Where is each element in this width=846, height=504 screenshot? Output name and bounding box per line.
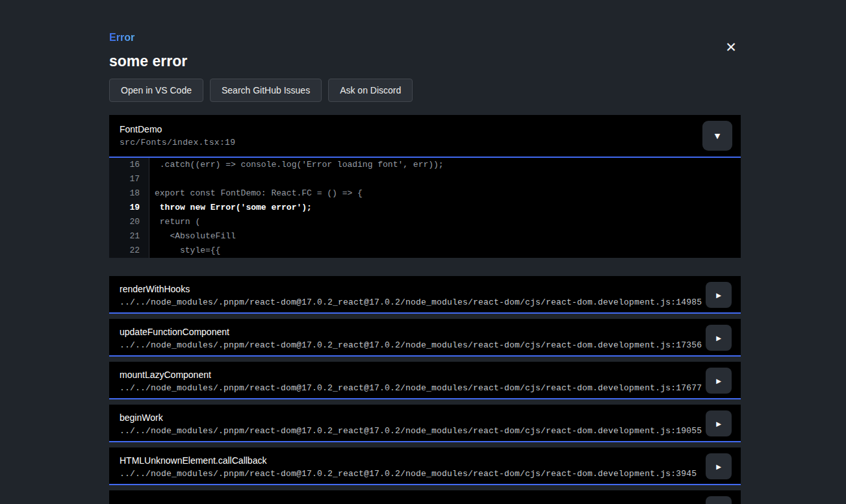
stack-trace-list: renderWithHooks ../../node_modules/.pnpm… (109, 276, 741, 504)
expand-frame-button[interactable]: ▶ (706, 368, 732, 394)
code-frame-header: FontDemo src/Fonts/index.tsx:19 ▼ (109, 115, 741, 158)
chevron-down-icon: ▼ (715, 132, 720, 140)
stack-frame-callCallback: HTMLUnknownElement.callCallback ../../no… (109, 447, 741, 485)
play-icon: ▶ (716, 334, 721, 342)
line-text: style={{ (149, 244, 220, 258)
line-number: 20 (109, 215, 149, 229)
stack-frame-location: ../../node_modules/.pnpm/react-dom@17.0.… (120, 383, 695, 394)
error-overlay: ✕ Error some error Open in VS Code Searc… (0, 0, 846, 504)
action-bar: Open in VS Code Search GitHub Issues Ask… (109, 79, 741, 102)
line-number: 19 (109, 201, 149, 215)
code-line: 22 style={{ (109, 244, 741, 258)
line-number: 17 (109, 172, 149, 186)
line-text (149, 172, 155, 186)
search-github-issues-button[interactable]: Search GitHub Issues (210, 79, 322, 102)
stack-frame-location: ../../node_modules/.pnpm/react-dom@17.0.… (120, 469, 695, 479)
play-icon: ▶ (716, 377, 721, 384)
stack-frame-function: mountLazyComponent (120, 369, 695, 381)
expand-frame-button[interactable]: ▶ (706, 325, 732, 351)
error-content: Error some error Open in VS Code Search … (109, 0, 741, 504)
line-number: 22 (109, 244, 149, 258)
stack-frame-partial: ▶ (109, 490, 741, 504)
stack-frame-mountLazyComponent: mountLazyComponent ../../node_modules/.p… (109, 362, 741, 399)
code-line: 16 .catch((err) => console.log('Error lo… (109, 158, 741, 172)
stack-frame-beginWork: beginWork ../../node_modules/.pnpm/react… (109, 405, 741, 442)
frame-function-name: FontDemo (120, 123, 730, 135)
stack-frame-renderWithHooks: renderWithHooks ../../node_modules/.pnpm… (109, 276, 741, 314)
stack-frame-function: updateFunctionComponent (120, 326, 695, 338)
line-text: <AbsoluteFill (149, 229, 236, 244)
line-text: .catch((err) => console.log('Error loadi… (149, 158, 444, 172)
play-icon: ▶ (716, 420, 721, 427)
play-icon: ▶ (716, 292, 721, 299)
line-number: 18 (109, 186, 149, 201)
play-icon: ▶ (716, 463, 721, 470)
expand-frame-button[interactable]: ▶ (706, 282, 732, 308)
code-line: 20 return ( (109, 215, 741, 229)
error-type-label: Error (109, 31, 135, 44)
collapse-code-button[interactable]: ▼ (702, 121, 732, 151)
stack-frame-function: HTMLUnknownElement.callCallback (120, 455, 695, 466)
code-line: 21 <AbsoluteFill (109, 229, 741, 244)
expand-frame-button[interactable]: ▶ (706, 410, 732, 436)
ask-on-discord-button[interactable]: Ask on Discord (328, 79, 413, 102)
stack-frame-location: ../../node_modules/.pnpm/react-dom@17.0.… (120, 426, 695, 436)
code-line-highlighted: 19 throw new Error('some error'); (109, 201, 741, 215)
line-text: return ( (149, 215, 200, 229)
code-line: 17 (109, 172, 741, 186)
stack-frame-updateFunctionComponent: updateFunctionComponent ../../node_modul… (109, 319, 741, 357)
open-in-vscode-button[interactable]: Open in VS Code (109, 79, 203, 102)
code-snippet: 16 .catch((err) => console.log('Error lo… (109, 158, 741, 258)
expand-frame-button[interactable]: ▶ (706, 496, 732, 504)
line-number: 16 (109, 158, 149, 172)
stack-frame-function: renderWithHooks (120, 283, 695, 295)
line-number: 21 (109, 229, 149, 244)
frame-file-location: src/Fonts/index.tsx:19 (120, 138, 730, 148)
source-code-frame: FontDemo src/Fonts/index.tsx:19 ▼ 16 .ca… (109, 115, 741, 258)
expand-frame-button[interactable]: ▶ (706, 453, 732, 479)
error-message-title: some error (109, 53, 741, 70)
stack-frame-function: beginWork (120, 412, 695, 423)
code-line: 18 export const FontDemo: React.FC = () … (109, 186, 741, 201)
stack-frame-location: ../../node_modules/.pnpm/react-dom@17.0.… (120, 340, 695, 351)
line-text: throw new Error('some error'); (149, 201, 312, 215)
line-text: export const FontDemo: React.FC = () => … (149, 186, 363, 201)
stack-frame-location: ../../node_modules/.pnpm/react-dom@17.0.… (120, 297, 695, 308)
